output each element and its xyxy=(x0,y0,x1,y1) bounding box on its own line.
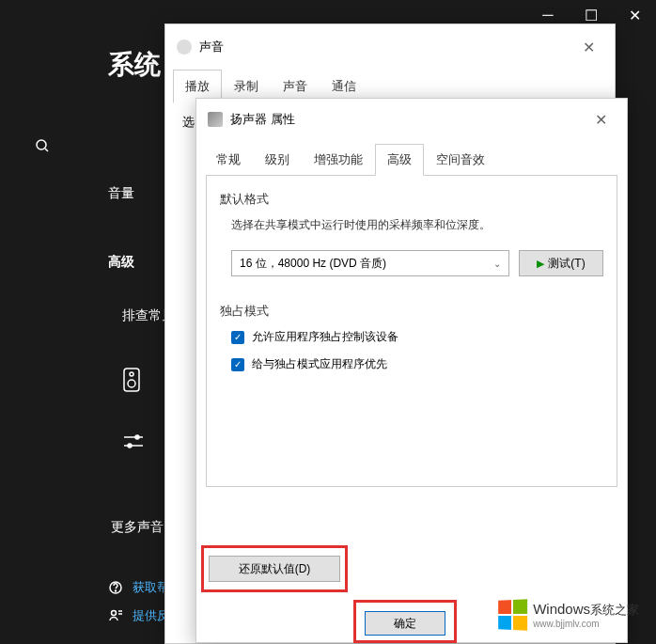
default-format-desc: 选择在共享模式中运行时使用的采样频率和位深度。 xyxy=(231,217,603,233)
speaker-dialog-title: 扬声器 属性 xyxy=(230,111,578,128)
svg-point-10 xyxy=(116,590,117,591)
close-button[interactable]: ✕ xyxy=(613,0,656,30)
svg-point-4 xyxy=(128,380,135,387)
speaker-tabs: 常规 级别 增强功能 高级 空间音效 xyxy=(196,144,627,176)
tab-enhance[interactable]: 增强功能 xyxy=(302,144,375,176)
play-icon: ▶ xyxy=(537,258,544,270)
exclusive-opt2-label: 给与独占模式应用程序优先 xyxy=(252,356,387,372)
speaker-dialog-close[interactable]: ✕ xyxy=(586,106,616,133)
ok-button[interactable]: 确定 xyxy=(365,611,445,636)
restore-defaults-button[interactable]: 还原默认值(D) xyxy=(209,556,340,582)
svg-point-6 xyxy=(135,435,139,439)
svg-line-1 xyxy=(45,149,48,151)
sound-dialog-titlebar: 声音 ✕ xyxy=(165,24,615,70)
sound-dialog-close[interactable]: ✕ xyxy=(573,34,603,60)
tab-advanced[interactable]: 高级 xyxy=(375,144,424,176)
chevron-down-icon: ⌄ xyxy=(493,259,501,269)
sound-dialog-icon xyxy=(177,39,192,55)
exclusive-mode-group: 独占模式 ✓ 允许应用程序独占控制该设备 ✓ 给与独占模式应用程序优先 xyxy=(220,303,603,372)
help-icon xyxy=(108,580,123,595)
windows-logo-icon xyxy=(498,599,527,630)
search-icon[interactable] xyxy=(28,132,56,160)
svg-point-8 xyxy=(128,444,132,448)
default-format-title: 默认格式 xyxy=(220,191,603,208)
exclusive-checkbox-1[interactable]: ✓ 允许应用程序独占控制该设备 xyxy=(231,329,603,345)
page-title: 系统 xyxy=(108,47,161,83)
sidebar-item-more[interactable]: 更多声音 xyxy=(111,508,164,547)
checkbox-checked-icon: ✓ xyxy=(231,331,244,344)
tab-general[interactable]: 常规 xyxy=(204,144,253,176)
tab-levels[interactable]: 级别 xyxy=(253,144,302,176)
test-button[interactable]: ▶ 测试(T) xyxy=(519,250,603,276)
format-select-value: 16 位，48000 Hz (DVD 音质) xyxy=(240,256,386,272)
speaker-dialog-icon xyxy=(208,112,223,127)
exclusive-checkbox-2[interactable]: ✓ 给与独占模式应用程序优先 xyxy=(231,356,603,372)
watermark-url: www.bjjmlv.com xyxy=(533,619,639,629)
checkbox-checked-icon: ✓ xyxy=(231,358,244,371)
watermark: Windows系统之家 www.bjjmlv.com xyxy=(497,600,639,630)
exclusive-opt1-label: 允许应用程序独占控制该设备 xyxy=(252,329,398,345)
default-format-group: 默认格式 选择在共享模式中运行时使用的采样频率和位深度。 16 位，48000 … xyxy=(220,191,603,276)
sound-dialog-title: 声音 xyxy=(199,39,566,55)
svg-point-11 xyxy=(112,611,117,616)
sidebar: 音量 xyxy=(108,174,134,213)
test-button-label: 测试(T) xyxy=(548,256,585,272)
advanced-tab-content: 默认格式 选择在共享模式中运行时使用的采样频率和位深度。 16 位，48000 … xyxy=(206,175,617,487)
svg-point-3 xyxy=(130,372,133,376)
exclusive-mode-title: 独占模式 xyxy=(220,303,603,320)
tab-spatial[interactable]: 空间音效 xyxy=(424,144,497,176)
watermark-brand: Windows系统之家 xyxy=(533,601,639,619)
device-icon[interactable] xyxy=(122,367,150,385)
sidebar-item-volume[interactable]: 音量 xyxy=(108,174,134,213)
svg-point-0 xyxy=(37,140,46,149)
section-advanced: 高级 xyxy=(108,254,134,271)
feedback-icon xyxy=(108,608,123,623)
format-select[interactable]: 16 位，48000 Hz (DVD 音质) ⌄ xyxy=(231,250,509,276)
speaker-dialog-titlebar: 扬声器 属性 ✕ xyxy=(196,99,627,140)
mixer-icon[interactable] xyxy=(122,432,150,451)
